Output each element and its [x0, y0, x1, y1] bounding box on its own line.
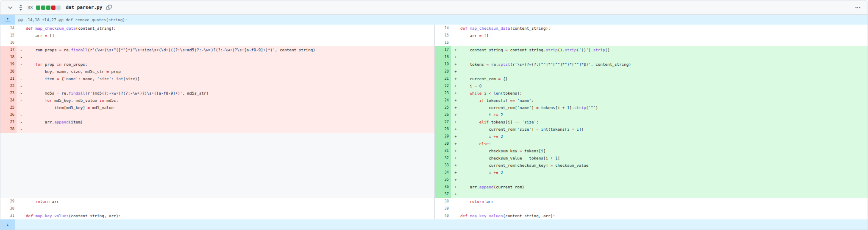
diff-row: 29 return arr38 return arr [0, 198, 868, 205]
line-number[interactable]: 15 [0, 32, 17, 39]
code-line: def map_checksum_data(content_string): [460, 25, 868, 32]
diff-row: 26-26+ i += 2 [0, 111, 868, 118]
diff-row: 28-28+ current_rom['size'] = int(tokens[… [0, 126, 868, 133]
line-number[interactable]: 17 [435, 46, 451, 53]
code-line: arr = [] [460, 32, 868, 39]
line-number[interactable]: 16 [435, 39, 451, 46]
collapse-file-button[interactable] [6, 4, 14, 11]
diff-cell-new: 25+ current_rom['name'] = tokens[i + 1].… [435, 104, 868, 111]
line-number[interactable]: 26 [0, 111, 17, 118]
diff-sign: - [17, 46, 26, 53]
diff-cell-new: 40def map_key_values(content_string, arr… [435, 212, 868, 219]
line-number[interactable]: 25 [435, 104, 451, 111]
diff-cell-old: 15 arr = [] [0, 32, 435, 39]
diff-row: 24- for md5_key, md5_value in md5s:24+ i… [0, 97, 868, 104]
line-number[interactable]: 20 [435, 68, 451, 75]
diff-sign: + [451, 169, 460, 176]
line-number[interactable]: 14 [435, 25, 451, 32]
line-number[interactable]: 38 [435, 198, 451, 205]
diff-cell-new: 37+ [435, 191, 868, 198]
line-number[interactable]: 26 [435, 111, 451, 118]
diff-sign [451, 205, 460, 212]
line-number[interactable]: 18 [435, 53, 451, 61]
diff-cell-new: 39 [435, 205, 868, 212]
file-options-kebab-button[interactable] [854, 4, 862, 11]
diff-cell-old: 22- [0, 82, 435, 90]
diff-cell-new: 35+ [435, 176, 868, 183]
line-number[interactable]: 18 [0, 53, 17, 61]
line-number[interactable]: 17 [0, 46, 17, 53]
line-number[interactable]: 19 [435, 61, 451, 68]
line-number[interactable]: 24 [435, 97, 451, 104]
line-number[interactable]: 28 [0, 126, 17, 133]
diff-row: 14def map_checksum_data(content_string):… [0, 25, 868, 32]
diff-cell-old [0, 176, 435, 183]
line-number[interactable]: 21 [0, 75, 17, 82]
diff-cell-new: 27+ elif tokens[i] == 'size': [435, 118, 868, 126]
fold-up-dash [6, 22, 10, 22]
copy-path-button[interactable] [106, 4, 113, 11]
diff-sign [451, 25, 460, 32]
line-number[interactable]: 28 [435, 126, 451, 133]
code-line: current_rom['size'] = int(tokens[i + 1]) [460, 126, 868, 133]
diff-cell-old [0, 183, 435, 191]
diff-row: 22-22+ i = 0 [0, 82, 868, 90]
code-line: checksum_value = tokens[i + 1] [460, 154, 868, 162]
line-number[interactable]: 27 [435, 118, 451, 126]
line-number[interactable]: 30 [0, 205, 17, 212]
diff-cell-old: 31def map_key_values(content_string, arr… [0, 212, 435, 219]
line-number[interactable]: 31 [435, 147, 451, 154]
diff-sign: + [451, 133, 460, 140]
line-number[interactable]: 33 [435, 162, 451, 169]
drag-handle-icon[interactable] [17, 4, 24, 11]
diff-sign: - [17, 118, 26, 126]
line-number[interactable]: 22 [435, 82, 451, 90]
line-number[interactable]: 20 [0, 68, 17, 75]
diff-sign: + [451, 162, 460, 169]
line-number[interactable]: 29 [435, 133, 451, 140]
line-number[interactable]: 14 [0, 25, 17, 32]
diff-cell-old: 29 return arr [0, 198, 435, 205]
line-number[interactable]: 23 [435, 90, 451, 97]
line-number[interactable]: 23 [0, 90, 17, 97]
line-number[interactable]: 30 [435, 140, 451, 147]
file-name-link[interactable]: dat_parser.py [66, 5, 102, 10]
line-number[interactable]: 29 [0, 198, 17, 205]
diffstat-square-neutral [56, 6, 61, 10]
diff-cell-new: 28+ current_rom['size'] = int(tokens[i +… [435, 126, 868, 133]
diff-sign: - [17, 53, 26, 61]
line-number[interactable]: 37 [435, 191, 451, 198]
code-line [460, 53, 868, 61]
drag-handle-glyph [18, 5, 23, 11]
diff-sign: + [451, 46, 460, 53]
line-number[interactable]: 34 [435, 169, 451, 176]
diff-sign: + [451, 75, 460, 82]
line-number[interactable]: 19 [0, 61, 17, 68]
diff-cell-old [0, 162, 435, 169]
line-number[interactable]: 32 [435, 154, 451, 162]
line-number[interactable]: 36 [435, 183, 451, 191]
diff-cell-old: 23- md5s = re.findall(r'(md5(?:-\w+)?(?:… [0, 90, 435, 97]
line-number[interactable]: 39 [435, 205, 451, 212]
diff-sign [451, 198, 460, 205]
diff-sign: - [17, 61, 26, 68]
line-number[interactable]: 25 [0, 104, 17, 111]
diff-cell-new: 23+ while i < len(tokens): [435, 90, 868, 97]
diff-row: 18-18+ [0, 53, 868, 61]
diff-sign [17, 212, 26, 219]
line-number[interactable]: 16 [0, 39, 17, 46]
line-number[interactable]: 15 [435, 32, 451, 39]
line-number[interactable]: 22 [0, 82, 17, 90]
diff-cell-old [0, 140, 435, 147]
line-number[interactable]: 27 [0, 118, 17, 126]
diff-sign: + [451, 154, 460, 162]
diffstat-square-added [36, 6, 40, 10]
line-number[interactable]: 21 [435, 75, 451, 82]
code-line [460, 39, 868, 46]
expand-down-button[interactable]: ↓ [0, 219, 15, 230]
line-number[interactable]: 31 [0, 212, 17, 219]
line-number[interactable]: 24 [0, 97, 17, 104]
expand-up-button[interactable]: ↑ [0, 15, 15, 25]
line-number[interactable]: 40 [435, 212, 451, 219]
line-number[interactable]: 35 [435, 176, 451, 183]
